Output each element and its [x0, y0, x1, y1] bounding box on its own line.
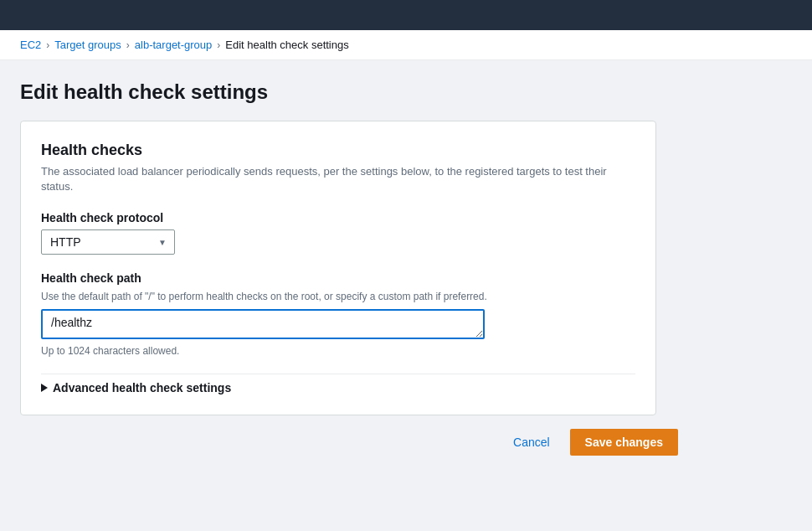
- health-check-path-input[interactable]: /healthz: [41, 309, 485, 339]
- save-changes-button[interactable]: Save changes: [570, 429, 678, 456]
- action-bar: Cancel Save changes: [20, 415, 698, 469]
- health-check-card: Health checks The associated load balanc…: [20, 121, 656, 415]
- path-hint: Use the default path of "/" to perform h…: [41, 290, 635, 304]
- path-group: Health check path Use the default path o…: [41, 271, 635, 357]
- path-label: Health check path: [41, 271, 635, 285]
- breadcrumb-sep-2: ›: [126, 39, 130, 51]
- divider: [41, 374, 635, 374]
- breadcrumb-sep-3: ›: [217, 39, 220, 51]
- protocol-select[interactable]: HTTP HTTPS: [41, 229, 175, 255]
- protocol-group: Health check protocol HTTP HTTPS ▼: [41, 211, 635, 255]
- page-content: Edit health check settings Health checks…: [0, 60, 812, 527]
- section-title: Health checks: [41, 142, 635, 159]
- top-nav-bar: [0, 0, 812, 30]
- breadcrumb-alb-target-group[interactable]: alb-target-group: [135, 39, 213, 51]
- breadcrumb-sep-1: ›: [46, 39, 49, 51]
- section-description: The associated load balancer periodicall…: [41, 164, 635, 194]
- breadcrumb-ec2[interactable]: EC2: [20, 39, 41, 51]
- advanced-settings-label: Advanced health check settings: [53, 381, 231, 394]
- breadcrumb-target-groups[interactable]: Target groups: [54, 39, 121, 51]
- breadcrumb-current: Edit health check settings: [225, 39, 348, 51]
- triangle-right-icon: [41, 384, 48, 392]
- page-title: Edit health check settings: [20, 80, 792, 104]
- protocol-select-wrapper: HTTP HTTPS ▼: [41, 229, 175, 255]
- char-limit-hint: Up to 1024 characters allowed.: [41, 345, 635, 357]
- advanced-settings-toggle[interactable]: Advanced health check settings: [41, 381, 635, 394]
- protocol-label: Health check protocol: [41, 211, 635, 224]
- breadcrumb: EC2 › Target groups › alb-target-group ›…: [0, 30, 812, 60]
- cancel-button[interactable]: Cancel: [503, 429, 560, 456]
